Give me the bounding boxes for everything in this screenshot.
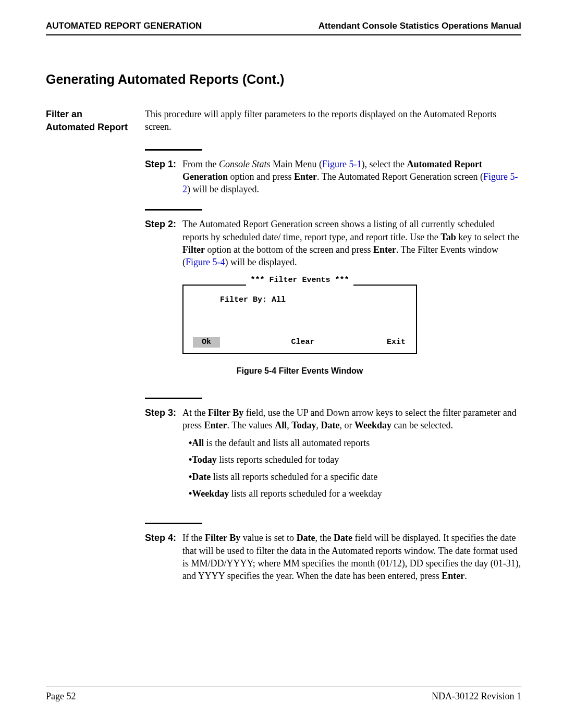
text-bold: Enter (442, 571, 464, 581)
figure-5-1-link[interactable]: Figure 5-1 (322, 159, 362, 169)
text-fragment: key to select the (456, 232, 519, 242)
text-fragment: option at the bottom of the screen and p… (205, 244, 373, 255)
step-4: Step 4: If the Filter By value is set to… (145, 532, 521, 582)
text-fragment: lists all reports scheduled for a specif… (211, 472, 377, 482)
step-3: Step 3: At the Filter By field, use the … (145, 406, 521, 510)
page-footer: Page 52 NDA-30122 Revision 1 (46, 691, 521, 702)
text-fragment: ) will be displayed. (187, 184, 259, 194)
list-item: Today lists reports scheduled for today (189, 453, 521, 466)
text-bold: Date (192, 472, 211, 482)
text-bold: Weekday (354, 420, 391, 430)
footer-rule (46, 686, 521, 686)
text-fragment: , (287, 420, 291, 430)
text-bold: All (275, 420, 287, 430)
filter-options-list: All is the default and lists all automat… (182, 437, 521, 500)
header-left: AUTOMATED REPORT GENERATION (46, 21, 202, 31)
step-1: Step 1: From the Console Stats Main Menu… (145, 158, 521, 196)
footer-doc-id: NDA-30122 Revision 1 (432, 691, 521, 702)
step-2-label: Step 2: (145, 218, 182, 268)
figure-button-row: Ok Clear Exit (183, 337, 416, 353)
text-bold: Today (192, 454, 216, 465)
text-bold: Date (334, 533, 352, 543)
text-fragment: , the (315, 533, 334, 543)
step-4-label: Step 4: (145, 532, 182, 582)
step-1-label: Step 1: (145, 158, 182, 196)
text-bold: Tab (440, 232, 456, 242)
text-bold: Enter (294, 171, 317, 182)
step-4-body: If the Filter By value is set to Date, t… (182, 532, 521, 582)
text-fragment: lists all reports scheduled for a weekda… (229, 488, 382, 499)
text-bold: Date (297, 533, 315, 543)
page-container: AUTOMATED REPORT GENERATION Attendant Co… (0, 0, 563, 728)
exit-button: Exit (386, 337, 407, 348)
text-bold: Filter By (205, 533, 240, 543)
text-bold: Filter (182, 244, 205, 255)
step-separator (145, 149, 202, 151)
text-fragment: If the (182, 533, 205, 543)
list-item: Date lists all reports scheduled for a s… (189, 471, 521, 483)
figure-caption: Figure 5-4 Filter Events Window (182, 365, 417, 377)
text-bold: Enter (204, 420, 227, 430)
text-bold: Today (291, 420, 316, 430)
step-2-body: The Automated Report Generation screen s… (182, 218, 521, 268)
text-fragment: is the default and lists all automated r… (204, 438, 370, 448)
text-fragment: ) will be displayed. (225, 257, 297, 267)
step-3-label: Step 3: (145, 406, 182, 510)
text-fragment: , (316, 420, 321, 430)
text-fragment: At the (182, 408, 208, 418)
list-item: All is the default and lists all automat… (189, 437, 521, 449)
text-fragment: lists reports scheduled for today (217, 454, 339, 465)
figure-body: Filter By: All (183, 286, 416, 337)
text-fragment: From the (182, 159, 219, 169)
ok-button: Ok (193, 337, 220, 348)
text-fragment: option and press (228, 171, 294, 182)
text-fragment: ), select the (362, 159, 407, 169)
clear-button: Clear (291, 337, 314, 348)
page-header: AUTOMATED REPORT GENERATION Attendant Co… (46, 21, 521, 35)
step-2: Step 2: The Automated Report Generation … (145, 218, 521, 268)
section-title: Generating Automated Reports (Cont.) (46, 72, 521, 87)
text-bold: Filter By (208, 408, 243, 418)
list-item: Weekday lists all reports scheduled for … (189, 487, 521, 500)
intro-paragraph: This procedure will apply filter paramet… (145, 108, 521, 133)
text-bold: Date (321, 420, 340, 430)
step-3-body: At the Filter By field, use the UP and D… (182, 406, 521, 510)
content-columns: Filter an Automated Report This procedur… (46, 108, 521, 596)
text-fragment: Main Menu ( (271, 159, 322, 169)
text-fragment: . (464, 571, 467, 581)
figure-window-title: *** Filter Events *** (246, 275, 353, 286)
footer-page-number: Page 52 (46, 691, 76, 702)
text-fragment: . The Automated Report Generation screen… (317, 171, 483, 182)
main-column: This procedure will apply filter paramet… (145, 108, 521, 596)
figure-5-4-link[interactable]: Figure 5-4 (186, 257, 225, 267)
side-heading-line2: Automated Report (46, 122, 128, 132)
text-fragment: , or (340, 420, 355, 430)
figure-5-4: *** Filter Events *** Filter By: All Ok … (182, 285, 521, 354)
step-separator (145, 398, 202, 399)
text-bold: Enter (373, 244, 396, 255)
step-separator (145, 209, 202, 211)
text-bold: All (192, 438, 204, 448)
text-italic: Console Stats (219, 159, 271, 169)
step-separator (145, 523, 202, 524)
text-fragment: . The values (227, 420, 275, 430)
step-1-body: From the Console Stats Main Menu (Figure… (182, 158, 521, 196)
filter-events-window: *** Filter Events *** Filter By: All Ok … (182, 285, 417, 354)
text-bold: Weekday (192, 488, 229, 499)
text-fragment: can be selected. (391, 420, 453, 430)
text-fragment: value is set to (240, 533, 296, 543)
side-heading-line1: Filter an (46, 109, 82, 119)
side-heading: Filter an Automated Report (46, 108, 145, 596)
header-right: Attendant Console Statistics Operations … (319, 21, 521, 31)
